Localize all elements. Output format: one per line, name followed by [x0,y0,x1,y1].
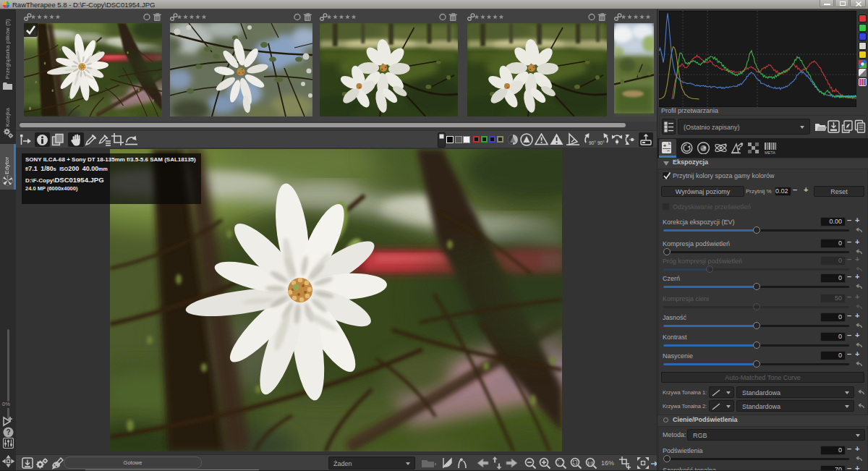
svg-text:1:1: 1:1 [587,461,594,465]
svg-text:90°: 90° [589,140,596,145]
svg-text:?: ? [6,428,10,436]
svg-text:90°: 90° [597,140,605,145]
svg-text:+: + [663,143,666,148]
svg-text:META: META [765,150,775,155]
